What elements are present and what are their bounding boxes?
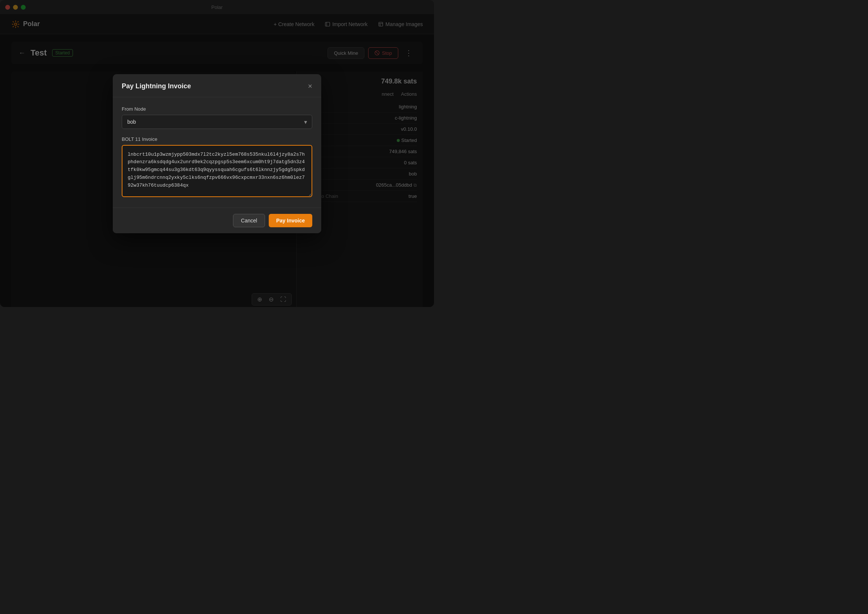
modal-footer: Cancel Pay Invoice [113, 208, 321, 233]
pay-invoice-button[interactable]: Pay Invoice [269, 214, 312, 227]
modal-body: From Node bob alice ▾ BOLT 11 Invoice ln… [113, 97, 321, 208]
from-node-select-wrapper: bob alice ▾ [122, 115, 312, 129]
from-node-label: From Node [122, 106, 312, 112]
from-node-select[interactable]: bob alice [122, 115, 312, 129]
cancel-button[interactable]: Cancel [233, 214, 265, 227]
modal-header: Pay Lightning Invoice × [113, 74, 321, 97]
bolt11-label: BOLT 11 Invoice [122, 136, 312, 142]
modal-close-button[interactable]: × [308, 82, 312, 90]
modal-title: Pay Lightning Invoice [122, 82, 191, 90]
modal-overlay: Pay Lightning Invoice × From Node bob al… [0, 0, 434, 307]
pay-lightning-invoice-modal: Pay Lightning Invoice × From Node bob al… [113, 74, 321, 233]
invoice-textarea[interactable]: lnbcrt10u1p3wzmjypp503mdx7l2tc2kyzl5em76… [122, 145, 312, 197]
